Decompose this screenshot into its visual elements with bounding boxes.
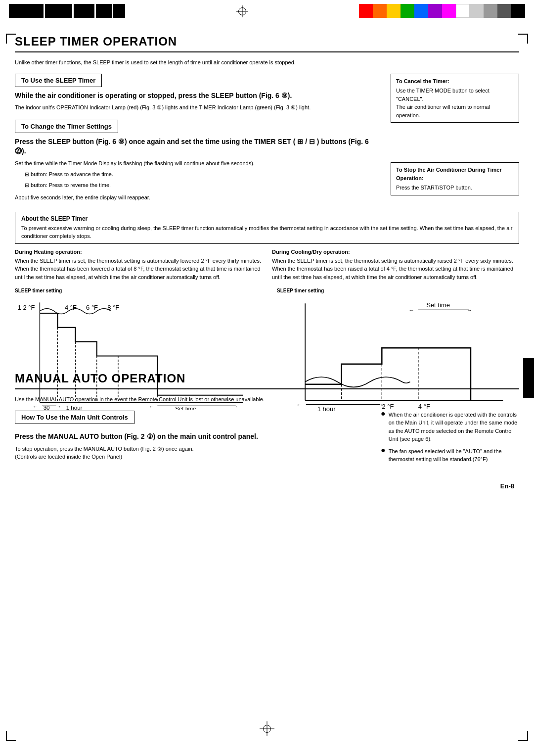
use-sleep-heading: To Use the SLEEP Timer <box>15 74 102 87</box>
stop-box-title: To Stop the Air Conditioner During Timer… <box>396 166 514 182</box>
cooling-text: When the SLEEP timer is set, the thermos… <box>272 257 519 282</box>
heating-title: During Heating operation: <box>15 249 262 255</box>
cooling-chart-area: 2 °F 4 °F ← → 1 hour ← → Set time <box>277 295 519 360</box>
heating-chart-area: 1 2 °F 4 °F 6 °F 8 °F <box>15 295 257 360</box>
svg-text:←: ← <box>149 404 154 409</box>
cancel-box-text: Use the TIMER MODE button to select "CAN… <box>396 87 514 119</box>
color-black <box>511 4 525 18</box>
color-mid-gray <box>484 4 497 18</box>
top-bar-area <box>0 0 534 30</box>
press-manual-text: To stop operation, press the MANUAL AUTO… <box>15 445 371 461</box>
color-purple <box>428 4 442 18</box>
corner-br <box>518 731 528 741</box>
black-sq-3 <box>74 4 94 18</box>
cancel-timer-box: To Cancel the Timer: Use the TIMER MODE … <box>391 74 519 123</box>
cooling-title: During Cooling/Dry operation: <box>272 249 519 255</box>
corner-bl <box>6 731 16 741</box>
heating-col: During Heating operation: When the SLEEP… <box>15 249 262 282</box>
cooling-chart-label: SLEEP timer setting <box>277 288 519 293</box>
svg-text:4 °F: 4 °F <box>418 403 430 410</box>
black-sq-4 <box>96 4 112 18</box>
bullet-item-2: ● The fan speed selected will be "AUTO" … <box>381 447 519 464</box>
plus-button-desc: ⊞ button: Press to advance the time. <box>25 170 381 179</box>
top-crosshair <box>236 5 248 17</box>
crosshair-circle-bottom <box>263 725 271 733</box>
heating-chart-svg: 1 2 °F 4 °F 6 °F 8 °F <box>15 295 257 410</box>
cooling-col: During Cooling/Dry operation: When the S… <box>272 249 519 282</box>
crosshair-circle <box>238 7 246 15</box>
sleep-timer-rule <box>15 51 519 52</box>
bullet-text-2: The fan speed selected will be "AUTO" an… <box>389 447 519 464</box>
press-manual-heading: Press the MANUAL AUTO button (Fig. 2 ②) … <box>15 432 371 442</box>
right-side-tab <box>523 358 534 398</box>
about-sleep-text: To prevent excessive warming or cooling … <box>21 224 513 240</box>
main-content: SLEEP TIMER OPERATION Unlike other timer… <box>0 35 534 505</box>
svg-text:6 °F: 6 °F <box>86 304 98 311</box>
svg-text:←: ← <box>296 402 302 408</box>
color-dark-gray <box>497 4 511 18</box>
sleep-timer-title: SLEEP TIMER OPERATION <box>15 35 519 48</box>
minus-button-desc: ⊟ button: Press to reverse the time. <box>25 181 381 190</box>
set-time-text: Set the time while the Timer Mode Displa… <box>15 159 381 168</box>
heating-text: When the SLEEP timer is set, the thermos… <box>15 257 262 282</box>
svg-text:Set time: Set time <box>175 406 196 410</box>
heating-chart-label: SLEEP timer setting <box>15 288 257 293</box>
stop-box-text: Press the START/STOP button. <box>396 184 514 192</box>
sleep-use-right: To Cancel the Timer: Use the TIMER MODE … <box>391 74 519 205</box>
how-to-heading: How To Use the Main Unit Controls <box>15 411 134 424</box>
svg-text:←: ← <box>33 404 38 409</box>
heating-chart-container: SLEEP timer setting 1 2 °F 4 °F 6 °F 8 °… <box>15 288 257 360</box>
svg-text:←: ← <box>408 308 414 314</box>
svg-text:30: 30 <box>44 405 50 410</box>
sleep-timer-intro: Unlike other timer functions, the SLEEP … <box>15 58 519 67</box>
svg-text:Set time: Set time <box>426 302 450 309</box>
svg-text:1 hour: 1 hour <box>66 405 83 410</box>
color-magenta <box>442 4 456 18</box>
color-orange <box>373 4 387 18</box>
svg-text:→: → <box>56 404 61 409</box>
sleep-use-row: To Use the SLEEP Timer While the air con… <box>15 74 519 205</box>
press-sleep-heading: Press the SLEEP button (Fig. 6 ⑨) once a… <box>15 137 381 156</box>
cancel-box-title: To Cancel the Timer: <box>396 77 514 86</box>
charts-row: SLEEP timer setting 1 2 °F 4 °F 6 °F 8 °… <box>15 288 519 360</box>
stop-timer-box: To Stop the Air Conditioner During Timer… <box>391 162 519 195</box>
heating-cooling-row: During Heating operation: When the SLEEP… <box>15 249 519 282</box>
about-sleep-title: About the SLEEP Timer <box>21 215 513 222</box>
cooling-chart-container: SLEEP timer setting <box>277 288 519 360</box>
color-red <box>359 4 373 18</box>
color-green <box>400 4 414 18</box>
color-white <box>456 4 470 18</box>
color-bar-right <box>359 4 525 18</box>
svg-text:→: → <box>467 308 472 314</box>
svg-text:→: → <box>233 404 238 409</box>
bottom-crosshair <box>260 721 274 736</box>
black-sq-5 <box>113 4 125 18</box>
bottom-crosshair-container <box>260 721 274 736</box>
sleep-timer-section: SLEEP TIMER OPERATION Unlike other timer… <box>15 35 519 360</box>
svg-text:1 2 °F: 1 2 °F <box>18 304 35 311</box>
bullet-dot-2: ● <box>381 446 386 454</box>
top-crosshair-container <box>235 4 250 19</box>
black-sq-2 <box>45 4 72 18</box>
while-heading: While the air conditioner is operating o… <box>15 91 381 101</box>
color-blue <box>414 4 428 18</box>
svg-text:→: → <box>378 402 383 408</box>
black-sq-1 <box>9 4 44 18</box>
black-squares-left <box>9 4 125 18</box>
page-number: En-8 <box>15 482 519 490</box>
about-sleep-box: About the SLEEP Timer To prevent excessi… <box>15 212 519 244</box>
svg-text:1 hour: 1 hour <box>317 405 336 413</box>
cooling-chart-svg: 2 °F 4 °F ← → 1 hour ← → Set time <box>277 295 519 425</box>
change-timer-heading: To Change the Timer Settings <box>15 120 118 133</box>
five-seconds-text: About five seconds later, the entire dis… <box>15 193 381 202</box>
sleep-use-left: To Use the SLEEP Timer While the air con… <box>15 74 381 205</box>
while-text: The indoor unit's OPERATION Indicator La… <box>15 103 381 112</box>
color-yellow <box>387 4 400 18</box>
color-light-gray <box>470 4 484 18</box>
svg-text:2 °F: 2 °F <box>382 403 394 410</box>
